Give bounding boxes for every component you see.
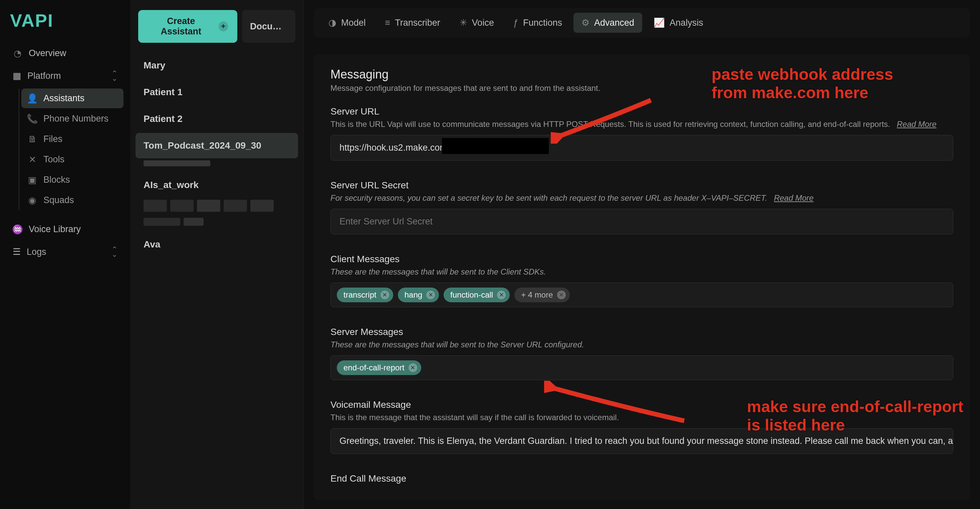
model-icon: ◑ [328, 18, 336, 28]
plus-icon: + [219, 21, 228, 31]
voicemail-input[interactable]: Greetings, traveler. This is Elenya, the… [331, 428, 953, 454]
help-text: For security reasons, you can set a secr… [331, 193, 767, 203]
tag-transcript[interactable]: transcript✕ [337, 287, 393, 302]
nav-label: Blocks [43, 175, 70, 185]
remove-icon[interactable]: ✕ [426, 290, 435, 299]
wrench-icon: ✕ [27, 155, 37, 165]
messaging-panel: Messaging Message configuration for mess… [314, 54, 970, 500]
tab-label: Advanced [594, 18, 634, 28]
read-more-link[interactable]: Read More [897, 120, 937, 129]
left-sidebar: VAPI ◔ Overview ▦ Platform ⌃⌄ 👤 Assistan… [0, 0, 130, 509]
tab-label: Model [341, 18, 366, 28]
squads-icon: ◉ [27, 195, 37, 206]
chevron-updown-icon: ⌃⌄ [111, 247, 118, 257]
tag-label: + 4 more [521, 290, 553, 300]
server-secret-input[interactable] [331, 209, 953, 235]
nav-tools[interactable]: ✕ Tools [21, 150, 124, 169]
tag-function-call[interactable]: function-call✕ [444, 287, 510, 302]
section-subtitle: Message configuration for messages that … [331, 83, 953, 93]
field-server-messages: Server Messages These are the messages t… [331, 327, 953, 380]
tag-hang[interactable]: hang✕ [398, 287, 439, 302]
tag-label: hang [404, 290, 422, 300]
field-label: Server Messages [331, 327, 953, 337]
nav-label: Squads [43, 195, 74, 206]
brand-logo: VAPI [7, 10, 124, 31]
redacted-subtitle [135, 218, 298, 232]
main-content: ◑Model ≡Transcriber ✳Voice ƒFunctions ⚙A… [304, 0, 980, 509]
assistants-list: Create Assistant + Docume... Mary Patien… [130, 0, 304, 509]
tag-end-of-call-report[interactable]: end-of-call-report✕ [337, 361, 421, 375]
voice-icon: ✳ [460, 18, 467, 28]
assistant-item[interactable]: Ava [135, 232, 298, 257]
file-icon: 🗎 [27, 134, 37, 144]
nav-label: Voice Library [29, 224, 81, 235]
chart-icon: 📈 [654, 18, 665, 28]
field-end-call: End Call Message [331, 473, 953, 484]
tag-label: end-of-call-report [344, 363, 404, 372]
button-label: Create Assistant [148, 16, 215, 37]
documentation-button[interactable]: Docume... [242, 10, 295, 43]
remove-icon[interactable]: ✕ [409, 363, 417, 372]
tag-more[interactable]: + 4 more✕ [514, 287, 570, 302]
tab-functions[interactable]: ƒFunctions [505, 13, 570, 33]
section-title: Messaging [331, 67, 953, 81]
create-assistant-button[interactable]: Create Assistant + [138, 10, 237, 43]
nav-squads[interactable]: ◉ Squads [21, 190, 124, 210]
field-label: Voicemail Message [331, 399, 953, 410]
nav-label: Overview [29, 48, 67, 59]
tab-label: Functions [523, 18, 562, 28]
tab-advanced[interactable]: ⚙Advanced [573, 13, 642, 33]
field-help: These are the messages that will be sent… [331, 267, 953, 276]
assistant-item[interactable]: Mary [135, 53, 298, 78]
input-value: Greetings, traveler. This is Elenya, the… [339, 436, 953, 446]
server-url-input[interactable]: https://hook.us2.make.com/ [331, 135, 953, 161]
nav-blocks[interactable]: ▣ Blocks [21, 170, 124, 190]
remove-icon[interactable]: ✕ [380, 290, 389, 299]
blocks-icon: ▣ [27, 175, 37, 185]
tab-label: Analysis [670, 18, 703, 28]
assistant-item[interactable]: AIs_at_work [135, 172, 298, 198]
remove-icon[interactable]: ✕ [497, 290, 506, 299]
assistant-item[interactable]: Tom_Podcast_2024_09_30 [135, 133, 298, 158]
field-label: End Call Message [331, 473, 953, 484]
tag-label: transcript [344, 290, 377, 300]
tag-label: function-call [450, 290, 493, 300]
tab-model[interactable]: ◑Model [320, 13, 374, 33]
assistant-item[interactable]: Patient 2 [135, 106, 298, 132]
nav-label: Phone Numbers [43, 113, 108, 124]
nav-platform-header[interactable]: ▦ Platform ⌃⌄ [7, 66, 124, 86]
read-more-link[interactable]: Read More [774, 193, 814, 203]
nav-label: Files [43, 134, 62, 144]
phone-icon: 📞 [27, 114, 37, 124]
grid-icon: ▦ [13, 70, 21, 81]
field-voicemail: Voicemail Message This is the message th… [331, 399, 953, 454]
help-text: This is the URL Vapi will use to communi… [331, 120, 890, 129]
field-help: These are the messages that will be sent… [331, 340, 953, 349]
assistant-item[interactable]: Patient 1 [135, 80, 298, 105]
nav-files[interactable]: 🗎 Files [21, 129, 124, 149]
nav-assistants[interactable]: 👤 Assistants [21, 88, 124, 108]
user-icon: 👤 [27, 94, 37, 104]
server-messages-tags[interactable]: end-of-call-report✕ [331, 355, 953, 380]
nav-label: Platform [27, 71, 61, 81]
nav-logs[interactable]: ☰ Logs ⌃⌄ [7, 242, 124, 262]
field-label: Client Messages [331, 254, 953, 265]
waveform-icon: ♒ [13, 225, 23, 235]
nav-phone-numbers[interactable]: 📞 Phone Numbers [21, 109, 124, 129]
tab-label: Voice [472, 18, 494, 28]
tab-analysis[interactable]: 📈Analysis [646, 13, 711, 33]
nav-voice-library[interactable]: ♒ Voice Library [7, 219, 124, 239]
remove-icon[interactable]: ✕ [557, 290, 566, 299]
redacted-block [442, 138, 549, 154]
tab-transcriber[interactable]: ≡Transcriber [377, 13, 448, 33]
gear-icon: ⚙ [581, 18, 589, 28]
transcriber-icon: ≡ [385, 18, 391, 28]
field-label: Server URL [331, 106, 953, 117]
tab-voice[interactable]: ✳Voice [452, 13, 502, 33]
redacted-subtitle [135, 199, 298, 218]
nav-overview[interactable]: ◔ Overview [7, 43, 124, 63]
client-messages-tags[interactable]: transcript✕ hang✕ function-call✕ + 4 mor… [331, 282, 953, 307]
nav-label: Assistants [43, 93, 84, 104]
functions-icon: ƒ [513, 18, 519, 28]
field-server-secret: Server URL Secret For security reasons, … [331, 180, 953, 235]
